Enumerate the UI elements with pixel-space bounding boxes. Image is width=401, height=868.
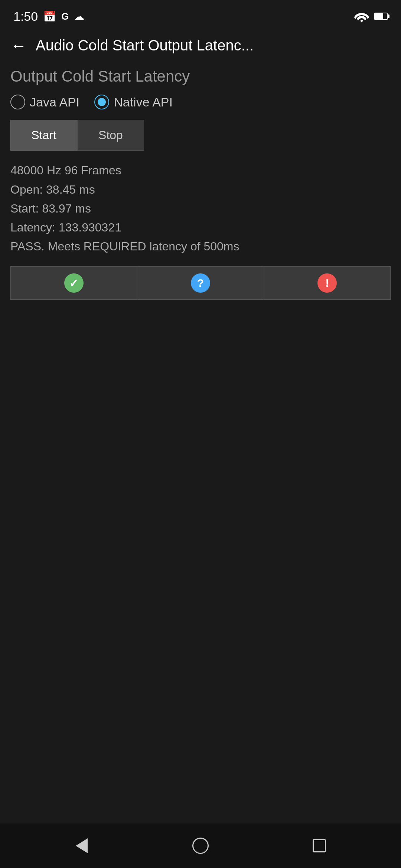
radio-java-api[interactable]: Java API: [10, 95, 79, 109]
calendar-icon: 📅: [43, 10, 56, 23]
back-button[interactable]: ←: [10, 37, 27, 54]
status-icons-row: ✓ ? !: [10, 266, 391, 300]
page-title: Audio Cold Start Output Latenc...: [36, 37, 254, 54]
recent-nav-icon: [313, 839, 326, 852]
stop-button[interactable]: Stop: [77, 120, 144, 151]
status-bar: 1:50 📅 G ☁: [0, 0, 401, 30]
status-left: 1:50 📅 G ☁: [13, 9, 84, 24]
home-nav-button[interactable]: [189, 835, 212, 857]
info-lines: 48000 Hz 96 Frames Open: 38.45 ms Start:…: [10, 161, 391, 256]
home-nav-icon: [192, 838, 209, 854]
status-time: 1:50: [13, 9, 38, 24]
back-nav-icon: [76, 838, 88, 853]
info-line-3: Latency: 133.930321: [10, 218, 391, 237]
unknown-icon: ?: [191, 273, 210, 293]
radio-native-circle[interactable]: [94, 95, 109, 109]
fail-indicator-button[interactable]: !: [264, 266, 391, 300]
top-nav: ← Audio Cold Start Output Latenc...: [0, 30, 401, 61]
pass-indicator-button[interactable]: ✓: [10, 266, 137, 300]
unknown-indicator-button[interactable]: ?: [137, 266, 264, 300]
control-buttons-row: Start Stop: [10, 120, 391, 151]
info-line-4: PASS. Meets REQUIRED latency of 500ms: [10, 237, 391, 256]
info-line-0: 48000 Hz 96 Frames: [10, 161, 391, 180]
status-right: [354, 11, 388, 22]
info-line-2: Start: 83.97 ms: [10, 199, 391, 218]
google-icon: G: [61, 11, 69, 22]
main-content: Output Cold Start Latency Java API Nativ…: [0, 61, 401, 823]
bottom-nav-bar: [0, 823, 401, 868]
info-line-1: Open: 38.45 ms: [10, 180, 391, 199]
recent-nav-button[interactable]: [308, 835, 330, 857]
svg-point-0: [361, 20, 363, 22]
pass-icon: ✓: [64, 273, 84, 293]
wifi-icon: [354, 11, 369, 22]
start-button[interactable]: Start: [10, 120, 77, 151]
radio-options-row: Java API Native API: [10, 95, 391, 109]
radio-native-api[interactable]: Native API: [94, 95, 173, 109]
radio-native-label: Native API: [114, 95, 173, 109]
fail-icon: !: [317, 273, 337, 293]
section-title: Output Cold Start Latency: [10, 67, 391, 86]
radio-java-label: Java API: [30, 95, 79, 109]
back-nav-button[interactable]: [71, 835, 93, 857]
radio-java-circle[interactable]: [10, 95, 25, 109]
battery-icon: [374, 13, 388, 20]
cloud-icon: ☁: [74, 10, 84, 23]
